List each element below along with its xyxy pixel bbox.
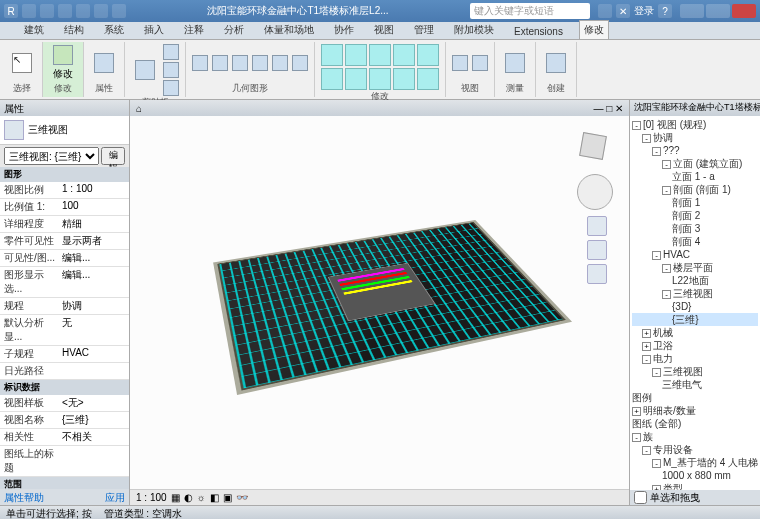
search-input[interactable]: 键入关键字或短语 (470, 3, 590, 19)
print-icon[interactable] (94, 4, 108, 18)
offset-icon[interactable] (345, 44, 367, 66)
property-value[interactable]: 编辑... (60, 267, 129, 297)
copy-icon[interactable] (163, 62, 179, 78)
tab-extensions[interactable]: Extensions (510, 24, 567, 39)
move-icon[interactable] (393, 44, 415, 66)
tree-node[interactable]: -协调 (632, 131, 758, 144)
tree-node[interactable]: 剖面 2 (632, 209, 758, 222)
wall-join-icon[interactable] (252, 55, 268, 71)
pan-icon[interactable] (587, 216, 607, 236)
tab-collab[interactable]: 协作 (330, 21, 358, 39)
close-button[interactable] (732, 4, 756, 18)
view-tab-controls[interactable]: — □ ✕ (593, 103, 623, 114)
minimize-button[interactable] (680, 4, 704, 18)
prop-apply-button[interactable]: 应用 (105, 491, 125, 503)
orbit-icon[interactable] (587, 264, 607, 284)
tree-node[interactable]: -[0] 视图 (规程) (632, 118, 758, 131)
subscription-icon[interactable] (598, 4, 612, 18)
property-value[interactable]: {三维} (60, 412, 129, 428)
property-value[interactable]: 1 : 100 (60, 182, 129, 198)
property-row[interactable]: 相关性不相关 (0, 429, 129, 446)
modify-button[interactable]: 修改 (49, 44, 77, 82)
properties-button[interactable] (90, 44, 118, 82)
expander-icon[interactable]: - (642, 134, 651, 143)
login-link[interactable]: 登录 (634, 4, 654, 18)
zoom-icon[interactable] (587, 240, 607, 260)
tab-view[interactable]: 视图 (370, 21, 398, 39)
tree-node[interactable]: 剖面 4 (632, 235, 758, 248)
expander-icon[interactable]: - (662, 160, 671, 169)
property-row[interactable]: 比例值 1:100 (0, 199, 129, 216)
property-value[interactable]: 不相关 (60, 429, 129, 445)
tree-node[interactable]: 剖面 1 (632, 196, 758, 209)
tree-node[interactable]: 1000 x 880 mm (632, 469, 758, 482)
paint-icon[interactable] (292, 55, 308, 71)
tab-modify[interactable]: 修改 (579, 20, 609, 39)
measure-icon[interactable] (112, 4, 126, 18)
split-icon[interactable] (369, 68, 391, 90)
prop-help-link[interactable]: 属性帮助 (4, 491, 44, 503)
tree-node[interactable]: -电力 (632, 352, 758, 365)
measure-button[interactable] (501, 44, 529, 82)
hide-icon[interactable] (452, 55, 468, 71)
view-scale[interactable]: 1 : 100 (136, 492, 167, 503)
paste-button[interactable] (131, 51, 159, 89)
visual-style-icon[interactable]: ◐ (184, 492, 193, 503)
property-row[interactable]: 视图名称{三维} (0, 412, 129, 429)
help-icon[interactable]: ? (658, 4, 672, 18)
property-value[interactable]: 无 (60, 315, 129, 345)
property-row[interactable]: 视图比例1 : 100 (0, 182, 129, 199)
tree-node[interactable]: -三维视图 (632, 365, 758, 378)
tree-node[interactable]: 图例 (632, 391, 758, 404)
tree-node[interactable]: -专用设备 (632, 443, 758, 456)
tree-node[interactable]: {三维} (632, 313, 758, 326)
trim-icon[interactable] (345, 68, 367, 90)
exchange-icon[interactable]: ✕ (616, 4, 630, 18)
expander-icon[interactable]: - (662, 264, 671, 273)
split-face-icon[interactable] (272, 55, 288, 71)
tab-massing[interactable]: 体量和场地 (260, 21, 318, 39)
tab-struct[interactable]: 结构 (60, 21, 88, 39)
view-tab-home[interactable]: ⌂ (136, 103, 142, 114)
steering-wheel[interactable] (577, 174, 613, 210)
rotate-icon[interactable] (321, 68, 343, 90)
tab-systems[interactable]: 系统 (100, 21, 128, 39)
tree-node[interactable]: {3D} (632, 300, 758, 313)
property-row[interactable]: 零件可见性显示两者 (0, 233, 129, 250)
expander-icon[interactable]: + (632, 407, 641, 416)
tree-node[interactable]: 图纸 (全部) (632, 417, 758, 430)
property-row[interactable]: 默认分析显...无 (0, 315, 129, 346)
expander-icon[interactable]: - (642, 355, 651, 364)
property-row[interactable]: 子规程HVAC (0, 346, 129, 363)
edit-type-button[interactable]: 编辑类型 (101, 147, 125, 165)
create-button[interactable] (542, 44, 570, 82)
tab-addins[interactable]: 附加模块 (450, 21, 498, 39)
open-icon[interactable] (22, 4, 36, 18)
property-value[interactable]: HVAC (60, 346, 129, 362)
tree-node[interactable]: +机械 (632, 326, 758, 339)
property-value[interactable]: 100 (60, 199, 129, 215)
tab-insert[interactable]: 插入 (140, 21, 168, 39)
tree-node[interactable]: -楼层平面 (632, 261, 758, 274)
hide-isolate-icon[interactable]: 👓 (236, 492, 248, 503)
property-value[interactable]: 精细 (60, 216, 129, 232)
cut-icon[interactable] (163, 44, 179, 60)
drawing-area[interactable] (130, 116, 629, 489)
property-value[interactable] (60, 363, 129, 379)
undo-icon[interactable] (58, 4, 72, 18)
expander-icon[interactable]: - (642, 446, 651, 455)
property-row[interactable]: 详细程度精细 (0, 216, 129, 233)
align-icon[interactable] (321, 44, 343, 66)
expander-icon[interactable]: - (652, 251, 661, 260)
tree-node[interactable]: +明细表/数量 (632, 404, 758, 417)
shadows-icon[interactable]: ◧ (210, 492, 219, 503)
detail-level-icon[interactable]: ▦ (171, 492, 180, 503)
property-row[interactable]: 视图样板<无> (0, 395, 129, 412)
tab-analyze[interactable]: 分析 (220, 21, 248, 39)
tab-annotate[interactable]: 注释 (180, 21, 208, 39)
property-row[interactable]: 图形显示选...编辑... (0, 267, 129, 298)
property-value[interactable]: <无> (60, 395, 129, 411)
scale-icon[interactable] (417, 68, 439, 90)
mirror-icon[interactable] (369, 44, 391, 66)
redo-icon[interactable] (76, 4, 90, 18)
